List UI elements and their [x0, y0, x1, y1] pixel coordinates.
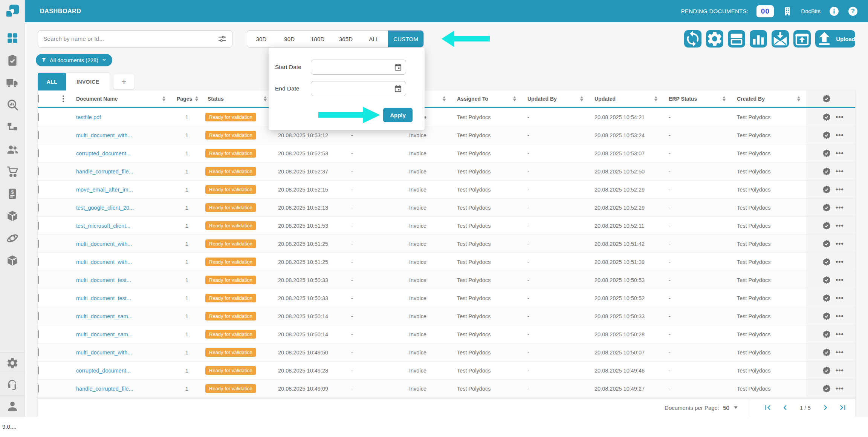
- row-checkbox[interactable]: [38, 131, 39, 139]
- tune-icon[interactable]: [218, 34, 227, 43]
- add-tab-button[interactable]: +: [113, 74, 134, 89]
- calendar-icon[interactable]: [394, 84, 402, 93]
- document-link[interactable]: handle_corrupted_file...: [76, 169, 133, 175]
- seal-check-icon[interactable]: [822, 312, 831, 321]
- tab-all[interactable]: ALL: [38, 73, 66, 90]
- sidebar-item-invoice[interactable]: $: [6, 187, 19, 200]
- more-dots-icon[interactable]: •••: [836, 330, 844, 338]
- date-range-custom[interactable]: CUSTOM: [388, 31, 423, 47]
- start-date-input[interactable]: [311, 64, 406, 70]
- more-dots-icon[interactable]: •••: [836, 276, 844, 284]
- seal-check-icon[interactable]: [822, 203, 831, 212]
- upload-button[interactable]: Upload: [815, 30, 855, 48]
- sidebar-item-truck[interactable]: [6, 76, 19, 89]
- seal-check-icon[interactable]: [822, 348, 831, 357]
- row-checkbox[interactable]: [38, 366, 39, 374]
- row-checkbox[interactable]: [38, 258, 39, 266]
- row-checkbox[interactable]: [38, 113, 39, 121]
- calendar-icon[interactable]: [394, 63, 402, 72]
- per-page-value[interactable]: 50: [723, 405, 729, 411]
- sort-icon[interactable]: [264, 96, 267, 101]
- chevron-left-icon[interactable]: [780, 403, 790, 412]
- row-checkbox[interactable]: [38, 167, 39, 175]
- seal-check-icon[interactable]: [822, 131, 831, 140]
- sidebar-item-headset[interactable]: [6, 378, 19, 391]
- row-checkbox[interactable]: [38, 149, 39, 157]
- document-link[interactable]: multi_document_test...: [76, 277, 131, 283]
- date-range-30d[interactable]: 30D: [247, 31, 275, 47]
- sidebar-item-integrations[interactable]: [6, 232, 19, 245]
- seal-check-icon[interactable]: [822, 113, 831, 122]
- row-checkbox[interactable]: [38, 240, 39, 248]
- search-input[interactable]: [43, 35, 218, 42]
- more-dots-icon[interactable]: •••: [836, 312, 844, 320]
- last-page-icon[interactable]: [838, 403, 848, 412]
- document-link[interactable]: multi_document_with...: [76, 241, 132, 247]
- more-dots-icon[interactable]: •••: [836, 366, 844, 374]
- more-dots-icon[interactable]: •••: [836, 186, 844, 193]
- sync-button[interactable]: [684, 30, 701, 48]
- row-checkbox[interactable]: [38, 186, 39, 193]
- more-dots-icon[interactable]: •••: [836, 204, 844, 212]
- more-dots-icon[interactable]: •••: [836, 167, 844, 175]
- sort-icon[interactable]: [162, 96, 165, 101]
- date-range-all[interactable]: ALL: [360, 31, 388, 47]
- date-range-90d[interactable]: 90D: [275, 31, 304, 47]
- document-link[interactable]: corrupted_document...: [76, 150, 131, 156]
- document-link[interactable]: multi_document_sam...: [76, 331, 133, 337]
- seal-check-icon[interactable]: [822, 167, 831, 176]
- more-dots-icon[interactable]: •••: [836, 149, 844, 157]
- seal-check-icon[interactable]: [822, 185, 831, 194]
- document-link[interactable]: move_email_after_im...: [76, 187, 133, 193]
- tab-invoice[interactable]: INVOICE: [66, 73, 110, 90]
- sidebar-item-profile[interactable]: [6, 400, 19, 412]
- document-link[interactable]: test_microsoft_client...: [76, 223, 130, 229]
- row-checkbox[interactable]: [38, 385, 39, 393]
- sort-icon[interactable]: [723, 96, 726, 101]
- settings-button[interactable]: [706, 30, 723, 48]
- seal-check-icon[interactable]: [822, 294, 831, 303]
- sort-icon[interactable]: [195, 96, 198, 101]
- seal-check-icon[interactable]: [822, 366, 831, 375]
- info-icon[interactable]: [829, 6, 839, 17]
- more-dots-icon[interactable]: •••: [836, 131, 844, 139]
- sort-icon[interactable]: [443, 96, 446, 101]
- seal-check-icon[interactable]: [822, 276, 831, 285]
- document-link[interactable]: multi_document_with...: [76, 259, 132, 265]
- mail-import-button[interactable]: [772, 30, 789, 48]
- more-dots-icon[interactable]: •••: [836, 258, 844, 266]
- document-link[interactable]: multi_document_test...: [76, 295, 131, 301]
- help-icon[interactable]: ?: [848, 6, 858, 17]
- seal-check-icon[interactable]: [822, 384, 831, 393]
- sidebar-item-package[interactable]: [6, 254, 19, 267]
- more-dots-icon[interactable]: •••: [836, 348, 844, 356]
- chevron-right-icon[interactable]: [821, 403, 830, 412]
- seal-check-icon[interactable]: [822, 94, 831, 103]
- row-checkbox[interactable]: [38, 276, 39, 284]
- more-dots-icon[interactable]: •••: [836, 294, 844, 302]
- document-filter-chip[interactable]: All documents (228): [36, 54, 112, 66]
- sort-icon[interactable]: [797, 96, 800, 101]
- sidebar-item-settings[interactable]: [6, 357, 19, 370]
- row-checkbox[interactable]: [38, 222, 39, 230]
- seal-check-icon[interactable]: [822, 149, 831, 158]
- select-all-checkbox[interactable]: [38, 95, 39, 103]
- more-dots-icon[interactable]: •••: [836, 113, 844, 121]
- document-link[interactable]: corrupted_document...: [76, 368, 131, 374]
- sidebar-item-workflow[interactable]: [6, 121, 19, 133]
- sidebar-item-users[interactable]: [6, 143, 19, 156]
- apply-button[interactable]: Apply: [383, 108, 413, 122]
- scanner-button[interactable]: [728, 30, 745, 48]
- row-checkbox[interactable]: [38, 294, 39, 302]
- end-date-input[interactable]: [311, 86, 406, 92]
- per-page-caret-icon[interactable]: [734, 406, 738, 409]
- more-dots-icon[interactable]: •••: [836, 222, 844, 230]
- more-dots-icon[interactable]: •••: [836, 240, 844, 248]
- seal-check-icon[interactable]: [822, 258, 831, 267]
- row-checkbox[interactable]: [38, 312, 39, 320]
- sidebar-item-package[interactable]: [6, 210, 19, 222]
- seal-check-icon[interactable]: [822, 239, 831, 248]
- date-range-365d[interactable]: 365D: [332, 31, 360, 47]
- document-link[interactable]: handle_corrupted_file...: [76, 386, 133, 392]
- sort-icon[interactable]: [580, 96, 583, 101]
